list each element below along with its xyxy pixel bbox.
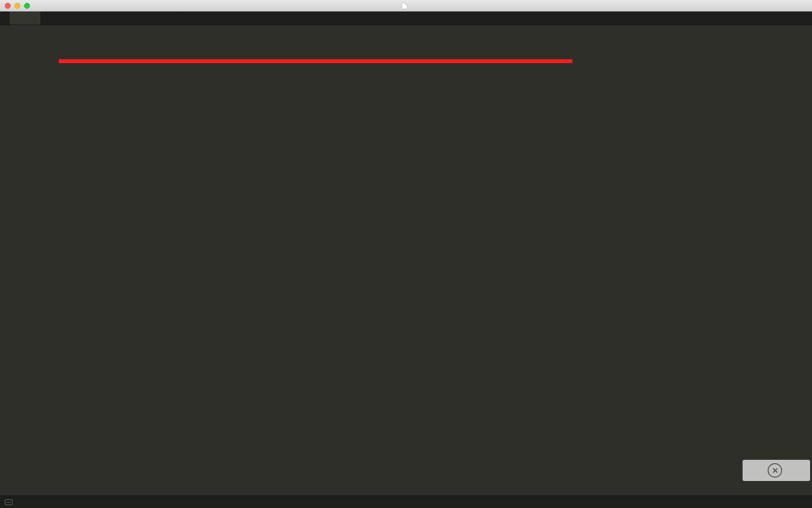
traffic-lights	[0, 3, 30, 9]
minimize-window-button[interactable]	[14, 3, 20, 9]
watermark-logo-icon: ✕	[768, 463, 782, 478]
panel-icon[interactable]	[5, 499, 13, 505]
statusbar	[0, 495, 812, 508]
close-window-button[interactable]	[5, 3, 11, 9]
watermark: ✕	[743, 460, 810, 481]
tabbar	[0, 12, 812, 25]
document-icon	[402, 2, 407, 9]
code-area[interactable]	[30, 25, 812, 495]
gutter	[0, 25, 30, 495]
nav-arrows	[0, 12, 10, 25]
tab-config[interactable]	[10, 12, 41, 25]
tab-dropdown-icon[interactable]	[801, 12, 812, 25]
editor: ✕	[0, 25, 812, 495]
highlight-box	[59, 59, 572, 63]
titlebar	[0, 0, 812, 12]
window-title	[0, 2, 812, 9]
zoom-window-button[interactable]	[24, 3, 30, 9]
